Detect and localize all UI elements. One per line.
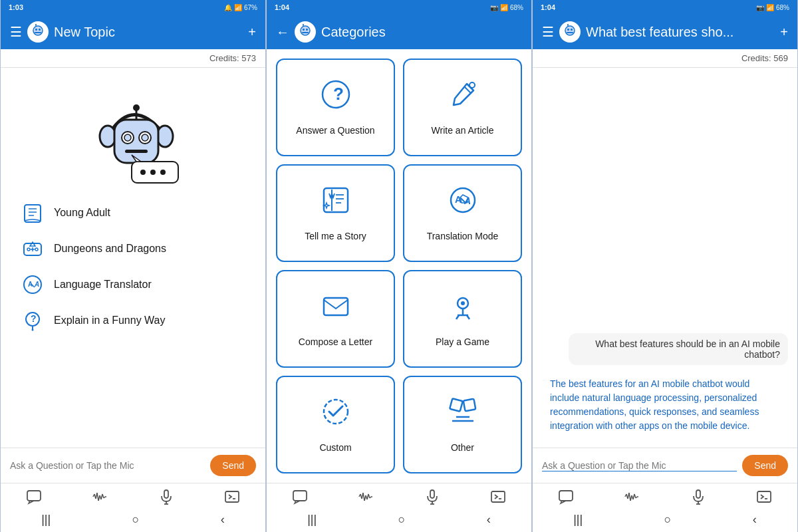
svg-line-94 xyxy=(370,497,371,498)
chat-question: What best features should be in an AI mo… xyxy=(569,333,788,365)
android-recent-3[interactable]: ||| xyxy=(573,513,583,527)
svg-point-14 xyxy=(133,104,140,111)
screen1-content: Young Adult Dungeons and Dragons xyxy=(1,68,265,448)
wifi-icon-3: 📶 xyxy=(766,4,774,11)
screen1-title: New Topic xyxy=(54,25,115,40)
category-translation[interactable]: A A Translation Mode xyxy=(403,164,522,262)
category-label-letter: Compose a Letter xyxy=(299,336,372,348)
svg-line-115 xyxy=(634,494,636,498)
menu-icon[interactable]: ☰ xyxy=(10,24,22,40)
svg-point-27 xyxy=(27,248,30,251)
android-back-1[interactable]: ‹ xyxy=(221,513,225,527)
svg-point-5 xyxy=(35,24,37,25)
menu-item-dungeons[interactable]: Dungeons and Dragons xyxy=(21,237,245,261)
nav-mic-3[interactable] xyxy=(690,489,706,505)
android-home-3[interactable]: ○ xyxy=(664,513,672,527)
nav-terminal-1[interactable] xyxy=(224,489,240,505)
add-icon-1[interactable]: + xyxy=(248,25,256,40)
nav-waves-1[interactable] xyxy=(92,489,108,505)
android-recent-1[interactable]: ||| xyxy=(41,513,51,527)
category-story[interactable]: Tell me a Story xyxy=(276,164,395,262)
category-label-custom: Custom xyxy=(319,442,351,454)
time-1: 1:03 xyxy=(9,3,23,11)
nav-chat-2[interactable] xyxy=(292,489,308,505)
android-home-1[interactable]: ○ xyxy=(132,513,140,527)
category-write-article[interactable]: Write an Article xyxy=(403,59,522,156)
svg-point-106 xyxy=(567,24,569,25)
svg-rect-2 xyxy=(39,29,41,31)
header-3: ☰ What best features sho... + xyxy=(533,15,797,49)
category-label-other: Other xyxy=(451,442,474,454)
input-field-3[interactable] xyxy=(542,460,737,471)
screens-container: 1:03 🔔 📶 67% ☰ xyxy=(0,0,798,532)
nav-chat-3[interactable] xyxy=(558,489,574,505)
nav-terminal-2[interactable] xyxy=(490,489,506,505)
android-home-2[interactable]: ○ xyxy=(398,513,406,527)
bottom-nav-3 xyxy=(533,483,797,507)
svg-point-55 xyxy=(301,26,310,35)
letter-icon xyxy=(320,290,352,328)
nav-waves-2[interactable] xyxy=(358,489,374,505)
android-nav-1: ||| ○ ‹ xyxy=(1,507,265,532)
bottom-input-1: Send xyxy=(1,448,265,483)
wifi-icon-2: 📶 xyxy=(500,4,508,11)
screen-categories: 1:04 📷 📶 68% ← xyxy=(266,0,532,532)
svg-line-116 xyxy=(636,497,637,498)
header-left-1: ☰ New Topic xyxy=(10,21,115,43)
svg-line-77 xyxy=(456,315,459,319)
nav-mic-1[interactable] xyxy=(158,489,174,505)
nav-terminal-3[interactable] xyxy=(756,489,772,505)
menu-item-explain[interactable]: ? Explain in a Funny Way xyxy=(21,309,245,332)
menu-icon-3[interactable]: ☰ xyxy=(542,24,554,40)
photo-icon: 📷 xyxy=(490,4,498,11)
time-3: 1:04 xyxy=(541,3,555,11)
category-custom[interactable]: Custom xyxy=(276,376,395,473)
category-game[interactable]: Play a Game xyxy=(403,270,522,368)
svg-rect-3 xyxy=(35,32,41,33)
robot-icon-3 xyxy=(559,21,581,43)
svg-text:?: ? xyxy=(31,313,37,324)
svg-rect-82 xyxy=(463,399,475,412)
input-field-1[interactable] xyxy=(10,460,205,471)
screen-chat: 1:04 📷 📶 68% ☰ xyxy=(532,0,798,532)
category-letter[interactable]: Compose a Letter xyxy=(276,270,395,368)
category-other[interactable]: Other xyxy=(403,376,522,473)
bottom-nav-2 xyxy=(267,483,531,507)
status-icons-2: 📷 📶 68% xyxy=(490,4,523,11)
send-button-3[interactable]: Send xyxy=(742,455,788,476)
story-icon xyxy=(320,184,352,222)
svg-point-17 xyxy=(140,170,146,175)
add-icon-3[interactable]: + xyxy=(780,25,788,40)
translate-mode-icon: A A xyxy=(447,184,479,222)
svg-rect-102 xyxy=(567,29,569,31)
category-label-article: Write an Article xyxy=(432,124,494,136)
android-recent-2[interactable]: ||| xyxy=(307,513,317,527)
category-answer-question[interactable]: ? Answer a Question xyxy=(276,59,395,156)
android-nav-3: ||| ○ ‹ xyxy=(533,507,797,532)
time-2: 1:04 xyxy=(275,3,289,11)
svg-line-47 xyxy=(102,494,104,498)
svg-point-60 xyxy=(303,24,304,25)
nav-chat-1[interactable] xyxy=(26,489,42,505)
svg-point-12 xyxy=(142,134,148,141)
android-back-2[interactable]: ‹ xyxy=(487,513,491,527)
nav-mic-2[interactable] xyxy=(424,489,440,505)
category-label-answer: Answer a Question xyxy=(296,124,374,136)
battery-icon-3: 68% xyxy=(776,4,789,11)
bot-illustration xyxy=(73,81,193,188)
svg-text:?: ? xyxy=(333,84,344,104)
wifi-icon: 📶 xyxy=(234,4,242,11)
send-button-1[interactable]: Send xyxy=(210,455,256,476)
header-left-2: ← Categories xyxy=(276,21,386,43)
back-icon[interactable]: ← xyxy=(276,25,289,40)
menu-item-translator[interactable]: A A Language Translator xyxy=(21,273,245,297)
screen2-title: Categories xyxy=(321,25,386,40)
svg-rect-73 xyxy=(324,298,348,315)
svg-rect-57 xyxy=(306,29,308,31)
menu-item-young-adult[interactable]: Young Adult xyxy=(21,201,245,225)
android-back-3[interactable]: ‹ xyxy=(753,513,757,527)
nav-waves-3[interactable] xyxy=(624,489,640,505)
credits-1: Credits: 573 xyxy=(1,49,265,68)
battery-icon: 67% xyxy=(244,4,257,11)
svg-line-48 xyxy=(104,497,105,498)
